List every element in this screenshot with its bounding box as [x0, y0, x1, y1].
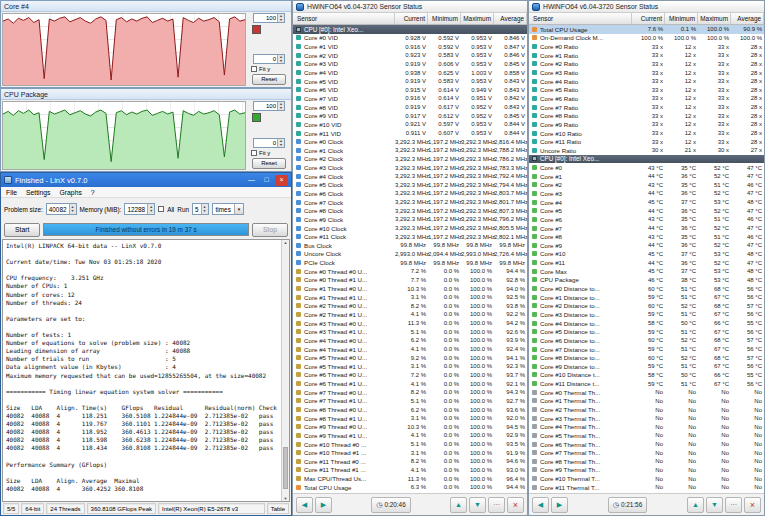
column-average[interactable]: Average [494, 13, 527, 24]
spinner-arrows-icon[interactable]: ▲▼ [69, 204, 76, 214]
scroll-down-icon[interactable]: ▼ [284, 496, 288, 501]
sensor-row[interactable]: Core #5 Thread #0 U...9.2 %0.0 %100.0 %9… [293, 353, 527, 362]
sensor-row[interactable]: Core #7 Thermal Th...NoNoNoNo [529, 448, 764, 457]
sensor-row[interactable]: Core #0 Ratio33 x12 x33 x28 x [529, 42, 764, 51]
sensor-row[interactable]: Core #6 Ratio33 x12 x33 x28 x [529, 94, 764, 103]
sensor-row[interactable]: Core #5 Thermal Th...NoNoNoNo [529, 431, 764, 440]
sensor-row[interactable]: Core #11 Distance t...59 °C51 °C67 °C56 … [529, 379, 764, 388]
sensor-row[interactable]: Core #4 Thermal Th...NoNoNoNo [529, 422, 764, 431]
sensor-row[interactable]: Core #243 °C35 °C51 °C46 °C [529, 181, 764, 190]
graph-color-swatch[interactable] [252, 113, 261, 122]
sensor-row[interactable]: Core #3 Thread #1 U...5.1 %0.0 %100.0 %9… [293, 327, 527, 336]
sensor-row[interactable]: Core #2 VID0.923 V0.583 V0.953 V0.846 V [293, 51, 527, 60]
sensor-row[interactable]: Core #11 Ratio33 x12 x33 x28 x [529, 137, 764, 146]
column-maximum[interactable]: Maximum [461, 13, 494, 24]
sensor-row[interactable]: Core #1 Clock3,292.3 MHz1,197.2 MHz3,292… [293, 146, 527, 155]
sensor-row[interactable]: Core #10 Ratio33 x12 x33 x28 x [529, 129, 764, 138]
reset-minmax-clock-button[interactable]: ◷0:21:56 [608, 497, 647, 513]
sensor-row[interactable]: Core #8 Thermal Th...NoNoNoNo [529, 457, 764, 466]
close-button[interactable]: × [275, 175, 288, 186]
column-current[interactable]: Current [632, 13, 665, 24]
collapse-right-button[interactable]: ▶ [551, 497, 568, 513]
sensor-row[interactable]: Core #0 Clock3,292.3 MHz1,197.2 MHz3,292… [293, 137, 527, 146]
sensor-row[interactable]: Core #0 Thread #1 U...7.7 %0.0 %100.0 %9… [293, 276, 527, 285]
sensor-row[interactable]: Core #3 Distance to...59 °C51 °C67 °C56 … [529, 310, 764, 319]
sensor-row[interactable]: Core #6 Thermal Th...NoNoNoNo [529, 440, 764, 449]
sensor-row[interactable]: Core #1144 °C36 °C52 °C47 °C [529, 258, 764, 267]
all-checkbox[interactable] [158, 206, 164, 212]
collapse-left-button[interactable]: ◀ [532, 497, 549, 513]
sensor-row[interactable]: Core #10 Thread #0 ...5.1 %0.0 %100.0 %9… [293, 440, 527, 449]
move-down-button[interactable]: ▼ [706, 497, 723, 513]
sensor-row[interactable]: Core #3 Clock3,292.3 MHz1,197.2 MHz3,292… [293, 163, 527, 172]
y-max-spinner[interactable]: 100▲▼ [253, 13, 285, 23]
move-up-button[interactable]: ▲ [687, 497, 704, 513]
linx-console[interactable]: Intel(R) LINPACK 64-bit data -- LinX v0.… [2, 239, 290, 502]
spinner-arrows-icon[interactable]: ▲▼ [277, 14, 284, 22]
sensor-row[interactable]: Core #9 Thread #0 U...10.3 %0.0 %100.0 %… [293, 422, 527, 431]
collapse-right-button[interactable]: ▶ [315, 497, 332, 513]
sensor-row[interactable]: Core #9 VID0.917 V0.612 V0.952 V0.845 V [293, 111, 527, 120]
maximize-button[interactable]: □ [260, 175, 273, 186]
sensor-row[interactable]: Core #0 Distance to...60 °C51 °C68 °C56 … [529, 284, 764, 293]
column-average[interactable]: Average [731, 13, 764, 24]
fit-y-checkbox[interactable]: Fit y [251, 66, 270, 72]
sensor-row[interactable]: Core #7 Distance to...59 °C51 °C67 °C56 … [529, 345, 764, 354]
column-sensor[interactable]: Sensor [529, 13, 632, 24]
checkbox-icon[interactable] [251, 66, 257, 72]
reset-button[interactable]: Reset [252, 74, 286, 85]
sensor-row[interactable]: Core #7 Clock3,292.3 MHz1,197.2 MHz3,292… [293, 198, 527, 207]
sensor-row[interactable]: Uncore Clock2,993.0 MHz2,094.4 MHz2,993.… [293, 250, 527, 259]
sensor-row[interactable]: Core #0 Thermal Th...NoNoNoNo [529, 388, 764, 397]
y-min-spinner[interactable]: 0▲▼ [253, 138, 285, 148]
sensor-row[interactable]: Core #5 Distance to...59 °C51 °C67 °C56 … [529, 327, 764, 336]
sensor-row[interactable]: Core #344 °C36 °C52 °C47 °C [529, 189, 764, 198]
sensor-row[interactable]: Core #643 °C35 °C51 °C46 °C [529, 215, 764, 224]
sensor-row[interactable]: On-Demand Clock M...100.0 %100.0 %100.0 … [529, 34, 764, 43]
sensor-row[interactable]: Core #11 Thermal T...NoNoNoNo [529, 483, 764, 492]
sensor-row[interactable]: Core #944 °C36 °C52 °C47 °C [529, 241, 764, 250]
sensor-row[interactable]: Core #11 Clock3,292.3 MHz1,197.2 MHz3,29… [293, 232, 527, 241]
scrollbar-thumb[interactable] [283, 447, 288, 489]
move-down-button[interactable]: ▼ [469, 497, 486, 513]
spinner-arrows-icon[interactable]: ▲▼ [147, 204, 154, 214]
sensor-row[interactable]: Core #1 Ratio33 x12 x33 x28 x [529, 51, 764, 60]
spinner-arrows-icon[interactable]: ▲▼ [201, 204, 208, 214]
column-minimum[interactable]: Minimum [665, 13, 698, 24]
move-up-button[interactable]: ▲ [450, 497, 467, 513]
linx-title-bar[interactable]: Finished - LinX v0.7.0 — □ × [1, 173, 291, 187]
sensor-row[interactable]: Core #1 VID0.916 V0.592 V0.953 V0.847 V [293, 42, 527, 51]
spinner-arrows-icon[interactable]: ▲▼ [277, 139, 284, 147]
menu-file[interactable]: File [6, 189, 17, 196]
sensor-row[interactable]: Core #5 Clock3,292.3 MHz1,197.2 MHz3,292… [293, 181, 527, 190]
sensor-row[interactable]: Core #5 VID0.919 V0.583 V0.953 V0.843 V [293, 77, 527, 86]
sensor-row[interactable]: Core #10 Thermal T...NoNoNoNo [529, 474, 764, 483]
close-sensors-button[interactable]: × [744, 497, 761, 513]
sensor-row[interactable]: Core #2 Thread #0 U...8.2 %0.0 %100.0 %9… [293, 302, 527, 311]
y-min-spinner[interactable]: 0▲▼ [253, 54, 285, 64]
sensor-row[interactable]: Core #5 Thread #1 U...3.1 %0.0 %100.0 %9… [293, 362, 527, 371]
close-sensors-button[interactable]: × [507, 497, 524, 513]
settings-button[interactable]: ⋯ [488, 497, 505, 513]
sensor-row[interactable]: Core #6 Distance to...60 °C52 °C68 °C57 … [529, 336, 764, 345]
problem-size-input[interactable]: 40082▲▼ [46, 203, 77, 215]
sensor-row[interactable]: Core #0 VID0.928 V0.592 V0.953 V0.846 V [293, 34, 527, 43]
sensor-row[interactable]: Core #4 Thread #1 U...4.1 %0.0 %100.0 %9… [293, 345, 527, 354]
sensor-group-header[interactable]: CPU [#0]: Intel Xeo... [293, 25, 527, 34]
sensor-row[interactable]: Core #11 Thread #1 ...4.1 %0.0 %100.0 %9… [293, 466, 527, 475]
sensor-row[interactable]: Core #9 Clock3,292.3 MHz1,197.2 MHz3,292… [293, 215, 527, 224]
sensor-row[interactable]: Core #7 VID0.916 V0.614 V0.951 V0.842 V [293, 94, 527, 103]
menu-help[interactable]: ? [91, 189, 95, 196]
sensor-row[interactable]: Core Max45 °C37 °C53 °C48 °C [529, 267, 764, 276]
sensor-row[interactable]: Core #6 Clock3,292.3 MHz1,197.2 MHz3,292… [293, 189, 527, 198]
column-sensor[interactable]: Sensor [293, 13, 395, 24]
start-button[interactable]: Start [4, 223, 40, 237]
sensor-row[interactable]: Total CPU Usage7.6 %0.1 %100.0 %90.9 % [529, 25, 764, 34]
sensor-row[interactable]: Core #5 Ratio33 x12 x33 x28 x [529, 85, 764, 94]
sensor-row[interactable]: Core #11 VID0.911 V0.607 V0.953 V0.844 V [293, 129, 527, 138]
reset-button[interactable]: Reset [252, 158, 286, 169]
sensor-row[interactable]: Core #9 Distance to...59 °C51 °C67 °C56 … [529, 362, 764, 371]
reset-minmax-clock-button[interactable]: ◷0:20:46 [371, 497, 410, 513]
graph-color-swatch[interactable] [252, 25, 261, 34]
sensor-row[interactable]: Core #10 Thread #1 ...3.1 %0.0 %100.0 %9… [293, 448, 527, 457]
